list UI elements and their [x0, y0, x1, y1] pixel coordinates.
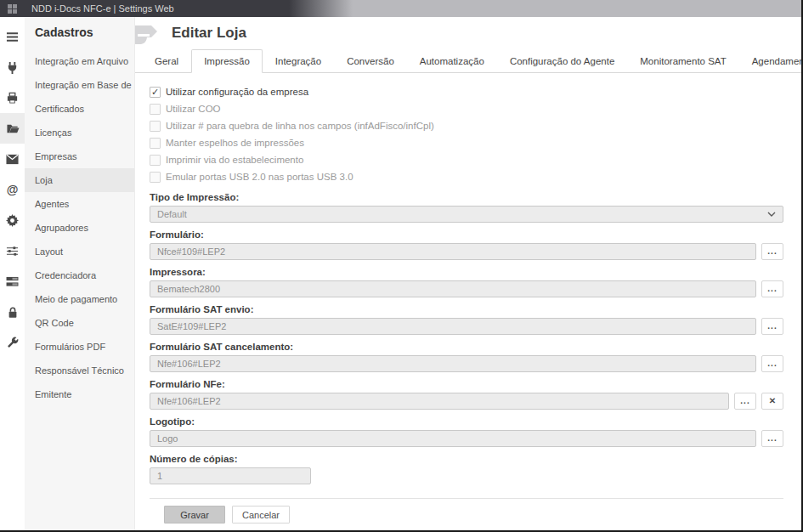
- logotipo-lookup-button[interactable]: ...: [761, 430, 783, 447]
- tab-integracao[interactable]: Integração: [263, 49, 334, 73]
- formulario-input: [150, 243, 756, 260]
- checkbox-imprimir-via-estabelecimento: ✓ Imprimir via do estabelecimento: [150, 151, 783, 168]
- sidebar-item-loja[interactable]: Loja: [25, 168, 134, 192]
- formulario-sat-envio-input: [150, 318, 756, 335]
- field-label-numero-copias: Número de cópias:: [150, 454, 783, 464]
- cancel-button[interactable]: Cancelar: [232, 506, 290, 524]
- checkbox-manter-espelhos: ✓ Manter espelhos de impressões: [150, 134, 783, 151]
- folder-open-icon[interactable]: [0, 113, 25, 144]
- field-label-formulario-sat-envio: Formulário SAT envio:: [150, 304, 783, 314]
- plug-icon[interactable]: [0, 52, 25, 82]
- field-label-formulario: Formulário:: [150, 229, 783, 240]
- sidebar-item-emitente[interactable]: Emitente: [25, 382, 134, 406]
- at-sign-icon[interactable]: @: [0, 174, 25, 205]
- tab-agendamento-status-sat[interactable]: Agendamento status SAT: [739, 49, 801, 73]
- titlebar: NDD i-Docs NFC-e | Settings Web: [0, 0, 801, 17]
- formulario-nfe-input: [150, 393, 729, 410]
- checkbox-label: Emular portas USB 2.0 nas portas USB 3.0: [166, 172, 353, 182]
- menu-icon[interactable]: [0, 21, 25, 52]
- numero-copias-input: [150, 467, 311, 484]
- sidebar-header: Cadastros: [25, 17, 134, 49]
- field-label-formulario-sat-cancelamento: Formulário SAT cancelamento:: [150, 342, 783, 352]
- field-label-logotipo: Logotipo:: [150, 416, 783, 427]
- checkbox-emular-portas-usb: ✓ Emular portas USB 2.0 nas portas USB 3…: [150, 168, 783, 185]
- checkbox-label: Utilizar COO: [166, 104, 221, 114]
- field-label-impressora: Impressora:: [150, 267, 783, 277]
- checkbox-box: ✓: [150, 172, 161, 183]
- lock-icon[interactable]: [0, 297, 25, 327]
- tab-conversao[interactable]: Conversão: [334, 49, 407, 73]
- impressora-lookup-button[interactable]: ...: [761, 280, 783, 297]
- sidebar-item-meio-pagamento[interactable]: Meio de pagamento: [25, 287, 134, 311]
- checkbox-box: ✓: [150, 87, 161, 98]
- gear-icon[interactable]: [0, 205, 25, 235]
- tab-monitoramento-sat[interactable]: Monitoramento SAT: [627, 49, 738, 73]
- tipo-impressao-value: Default: [157, 209, 187, 219]
- wrench-icon[interactable]: [0, 327, 25, 358]
- app-window: NDD i-Docs NFC-e | Settings Web @: [0, 0, 803, 532]
- checkbox-box: ✓: [150, 155, 161, 166]
- formulario-nfe-lookup-button[interactable]: ...: [734, 393, 756, 410]
- page-header: Editar Loja: [135, 17, 801, 49]
- logotipo-input: [150, 430, 756, 447]
- tab-configuracao-agente[interactable]: Configuração do Agente: [497, 49, 627, 73]
- sidebar-item-licencas[interactable]: Licenças: [25, 121, 134, 144]
- sidebar-item-credenciadora[interactable]: Credenciadora: [25, 263, 134, 287]
- tab-automatizacao[interactable]: Automatização: [407, 49, 497, 73]
- sidebar-item-empresas[interactable]: Empresas: [25, 144, 134, 168]
- apps-grid-icon[interactable]: [8, 4, 17, 14]
- sidebar-item-formularios-pdf[interactable]: Formulários PDF: [25, 335, 134, 359]
- sidebar-item-responsavel-tecnico[interactable]: Responsável Técnico: [25, 359, 134, 382]
- formulario-sat-cancelamento-lookup-button[interactable]: ...: [761, 355, 783, 372]
- checkbox-label: Manter espelhos de impressões: [166, 138, 304, 148]
- tab-geral[interactable]: Geral: [142, 49, 191, 73]
- impressao-form: ✓ Utilizar configuração da empresa ✓ Uti…: [135, 73, 801, 530]
- save-button[interactable]: Gravar: [164, 506, 225, 524]
- chevron-down-icon: [767, 212, 776, 217]
- sidebar: Cadastros Integração em Arquivo Integraç…: [25, 17, 135, 530]
- sidebar-item-agentes[interactable]: Agentes: [25, 192, 134, 216]
- impressora-input: [150, 280, 756, 297]
- tipo-impressao-select: Default: [150, 206, 783, 223]
- formulario-lookup-button[interactable]: ...: [761, 243, 783, 260]
- printer-icon[interactable]: [0, 82, 25, 113]
- checkbox-utilizar-coo: ✓ Utilizar COO: [150, 100, 783, 117]
- formulario-sat-cancelamento-input: [150, 355, 756, 372]
- tab-bar: Geral Impressão Integração Conversão Aut…: [135, 49, 801, 73]
- formulario-nfe-clear-button[interactable]: ✕: [761, 393, 783, 410]
- sidebar-item-qr-code[interactable]: QR Code: [25, 311, 134, 335]
- sidebar-item-layout[interactable]: Layout: [25, 240, 134, 263]
- content-panel: Editar Loja Geral Impressão Integração C…: [135, 17, 801, 530]
- form-footer: Gravar Cancelar: [150, 498, 783, 524]
- tab-impressao[interactable]: Impressão: [191, 49, 263, 73]
- checkbox-quebra-de-linha: ✓ Utilizar # para quebra de linha nos ca…: [150, 117, 783, 134]
- checkbox-box: ✓: [150, 138, 161, 149]
- sidebar-item-integracao-base-dados[interactable]: Integração em Base de Dados: [25, 73, 134, 97]
- sliders-icon[interactable]: [0, 235, 25, 266]
- sidebar-item-certificados[interactable]: Certificados: [25, 97, 134, 121]
- page-title: Editar Loja: [172, 25, 246, 42]
- app-title: NDD i-Docs NFC-e | Settings Web: [31, 3, 174, 14]
- store-icon: [135, 20, 163, 46]
- sidebar-item-integracao-arquivo[interactable]: Integração em Arquivo: [25, 49, 134, 73]
- checkbox-label: Imprimir via do estabelecimento: [166, 155, 303, 165]
- checkbox-label: Utilizar configuração da empresa: [166, 87, 308, 97]
- mail-icon[interactable]: [0, 144, 25, 174]
- checkbox-label: Utilizar # para quebra de linha nos camp…: [166, 121, 434, 131]
- field-label-tipo-impressao: Tipo de Impressão:: [150, 192, 783, 202]
- checkbox-box: ✓: [150, 104, 161, 115]
- sidebar-item-agrupadores[interactable]: Agrupadores: [25, 216, 134, 240]
- formulario-sat-envio-lookup-button[interactable]: ...: [761, 318, 783, 335]
- icon-rail: @: [0, 17, 25, 530]
- field-label-formulario-nfe: Formulário NFe:: [150, 379, 783, 389]
- server-icon[interactable]: [0, 266, 25, 297]
- checkbox-box: ✓: [150, 121, 161, 132]
- checkbox-utilizar-configuracao-empresa[interactable]: ✓ Utilizar configuração da empresa: [150, 83, 783, 100]
